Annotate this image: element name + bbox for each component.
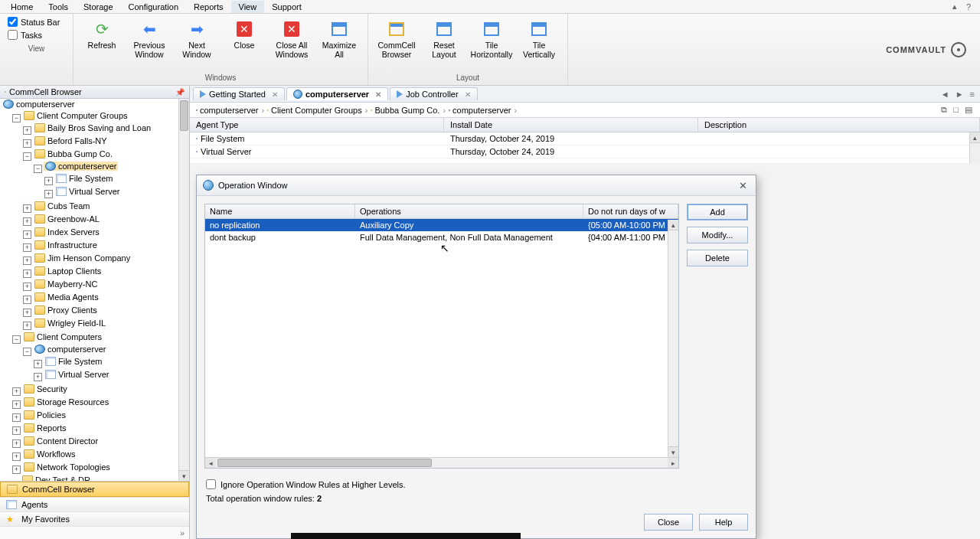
tab-close-icon[interactable]: ✕ [375,90,381,99]
tabs-next[interactable]: ► [953,90,966,99]
col-install-date[interactable]: Install Date [444,118,698,132]
operation-window-dialog: Operation Window ✕ Name Operations Do no… [196,175,756,539]
crumb[interactable]: Client Computer Groups [267,106,362,115]
ignore-checkbox[interactable] [206,479,216,489]
bc-restore-icon[interactable]: ⧉ [939,105,949,115]
arrow-right-icon: ➡ [186,18,207,40]
tree-toggle[interactable]: + [23,126,31,135]
dialog-titlebar[interactable]: Operation Window ✕ [197,175,756,196]
menubar: Home Tools Storage Configuration Reports… [0,0,980,14]
grid-row[interactable]: Virtual Server Thursday, October 24, 201… [190,145,980,158]
server-icon [293,90,302,99]
bc-maximize-icon[interactable]: □ [952,105,960,115]
tree-toggle[interactable]: + [44,177,53,185]
col-description[interactable]: Description [698,118,980,132]
tree-scrollbar[interactable]: ▾ [178,99,189,481]
reset-layout-button[interactable]: Reset Layout [420,15,468,62]
tab-job-controller[interactable]: Job Controller✕ [390,87,477,100]
maximize-icon [328,18,350,40]
tree-toggle[interactable]: − [12,114,21,122]
col-operations[interactable]: Operations [355,204,583,218]
grid-body: File System Thursday, October 24, 2019 V… [190,132,980,163]
grid-scrollbar[interactable]: ▴ [969,132,980,163]
folder-icon [5,91,6,93]
min-icon[interactable]: ▴ [949,2,960,12]
tabs-prev[interactable]: ◄ [939,90,952,99]
tab-close-icon[interactable]: ✕ [272,90,278,99]
menu-view[interactable]: View [231,1,265,13]
tasks-check[interactable]: Tasks [8,30,65,40]
bc-close-icon[interactable]: ▤ [963,105,974,115]
left-tabs: CommCell Browser Agents ★My Favorites » [0,481,189,539]
total-rules-label: Total operation window rules: 2 [197,492,756,509]
close-all-button[interactable]: ✕Close All Windows [268,15,315,62]
grid-row[interactable]: File System Thursday, October 24, 2019 [190,132,980,145]
op-vscrollbar[interactable]: ▴▾ [668,220,678,457]
tree-selected[interactable]: computerserver [44,162,118,171]
content-tabs: Getting Started✕ computerserver✕ Job Con… [190,86,980,103]
left-tab-agents[interactable]: Agents [0,497,189,511]
left-tab-favorites[interactable]: ★My Favorites [0,511,189,526]
taskbar-fragment [291,533,521,539]
close-button[interactable]: ✕Close [220,15,268,54]
dialog-close-button[interactable]: Close [644,514,693,531]
left-tab-browser[interactable]: CommCell Browser [0,482,189,497]
tree-toggle[interactable]: + [44,190,53,198]
tile-horizontal-button[interactable]: Tile Horizontally [468,15,515,62]
statusbar-check[interactable]: Status Bar [8,17,65,27]
tile-h-icon [481,18,502,40]
menu-configuration[interactable]: Configuration [121,1,186,13]
menu-storage[interactable]: Storage [76,1,121,13]
star-icon: ★ [6,514,17,524]
operation-table: Name Operations Do not run days of w no … [204,204,679,469]
ignore-label: Ignore Operation Window Rules at Higher … [220,480,406,489]
ribbon: Status Bar Tasks View ⟳Refresh ⬅Previous… [0,14,980,86]
play-icon [200,90,206,98]
group-view-label: View [0,43,73,56]
next-window-button[interactable]: ➡Next Window [173,15,220,62]
col-donotrun[interactable]: Do not run days of w [583,204,678,218]
tabs-list[interactable]: ≡ [968,90,977,99]
pin-icon[interactable]: 📌 [175,88,185,96]
op-hscrollbar[interactable]: ◂▸ [205,457,678,468]
left-pane-title: CommCell Browser 📌 [0,86,189,99]
modify-button[interactable]: Modify... [687,227,748,243]
refresh-button[interactable]: ⟳Refresh [78,15,126,54]
brand-logo: COMMVAULT [886,14,980,85]
op-row-selected[interactable]: no replication Auxiliary Copy {05:00 AM-… [205,219,678,231]
server-icon [3,100,14,109]
dialog-icon [203,180,214,191]
col-agent-type[interactable]: Agent Type [190,118,444,132]
prev-window-button[interactable]: ⬅Previous Window [126,15,173,62]
col-name[interactable]: Name [205,204,355,218]
commcell-browser-button[interactable]: CommCell Browser [373,15,420,62]
tree[interactable]: computerserver −Client Computer Groups +… [0,99,189,481]
delete-button[interactable]: Delete [687,250,748,266]
tab-close-icon[interactable]: ✕ [465,90,471,99]
dialog-close-icon[interactable]: ✕ [736,178,750,192]
crumb[interactable]: computerserver [449,106,511,115]
refresh-icon: ⟳ [91,18,113,40]
crumb[interactable]: Bubba Gump Co. [371,106,439,115]
menu-support[interactable]: Support [264,1,309,13]
help-icon[interactable]: ? [963,2,974,12]
maximize-button[interactable]: Maximize All [315,15,363,62]
reset-icon [433,18,455,40]
tree-toggle[interactable]: + [23,139,31,148]
add-button[interactable]: Add [687,204,748,220]
tree-toggle[interactable]: − [34,165,42,173]
dialog-help-button[interactable]: Help [699,514,748,531]
close-icon: ✕ [234,18,255,40]
tab-computerserver[interactable]: computerserver✕ [286,87,388,100]
tile-vertical-button[interactable]: Tile Vertically [515,15,563,62]
menu-tools[interactable]: Tools [41,1,76,13]
op-row[interactable]: dont backup Full Data Management, Non Fu… [205,231,678,243]
expand-hint[interactable]: » [0,526,189,539]
tile-v-icon [528,18,550,40]
dialog-title-text: Operation Window [218,181,288,190]
crumb[interactable]: computerserver [196,106,258,115]
tree-toggle[interactable]: − [23,152,31,161]
menu-reports[interactable]: Reports [186,1,231,13]
tab-getting-started[interactable]: Getting Started✕ [193,87,285,100]
menu-home[interactable]: Home [3,1,41,13]
